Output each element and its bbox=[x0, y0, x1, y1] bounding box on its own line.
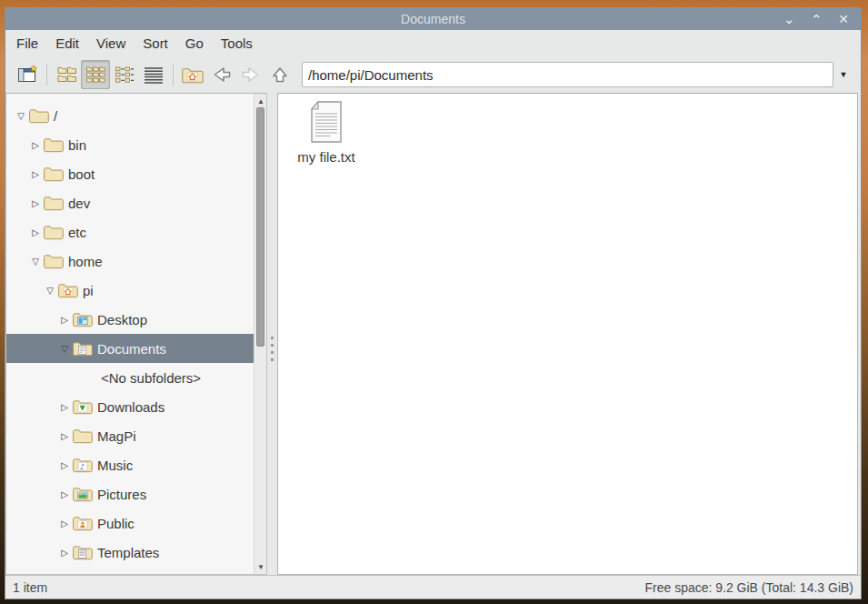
splitter-handle-dot bbox=[271, 344, 274, 347]
splitter-handle-dot bbox=[271, 358, 274, 361]
sidebar-item-no-subfolders[interactable]: <No subfolders> bbox=[6, 363, 254, 392]
compact-view-button[interactable] bbox=[110, 60, 139, 89]
sidebar-item-label: Videos bbox=[97, 574, 139, 576]
sidebar-item-label: etc bbox=[68, 225, 86, 240]
folder-pictures-icon bbox=[72, 485, 94, 503]
path-input[interactable] bbox=[302, 62, 833, 87]
sidebar-item-magpi[interactable]: ▷MagPi bbox=[6, 421, 254, 450]
menu-edit[interactable]: Edit bbox=[55, 35, 79, 51]
sidebar-item-label: Pictures bbox=[97, 487, 146, 502]
folder-icon bbox=[72, 427, 94, 445]
expand-arrow-icon[interactable]: ▷ bbox=[28, 227, 43, 237]
folder-icon bbox=[43, 252, 65, 270]
thumbnail-view-button[interactable] bbox=[81, 60, 110, 89]
window-title: Documents bbox=[401, 12, 465, 26]
expand-arrow-icon[interactable]: ▷ bbox=[28, 169, 43, 179]
sidebar-item-dev[interactable]: ▷dev bbox=[6, 188, 254, 217]
file-list-panel[interactable]: my file.txt bbox=[277, 93, 858, 575]
scroll-up-icon[interactable]: ▲ bbox=[254, 96, 267, 106]
home-button[interactable] bbox=[178, 60, 207, 89]
folder-desktop-icon bbox=[72, 310, 94, 328]
sidebar-item-desktop[interactable]: ▷Desktop bbox=[6, 305, 254, 334]
sidebar-item-boot[interactable]: ▷boot bbox=[6, 159, 254, 188]
folder-icon bbox=[43, 136, 65, 154]
sidebar-item-bin[interactable]: ▷bin bbox=[6, 130, 254, 159]
sidebar-item-label: Downloads bbox=[97, 399, 165, 415]
sidebar-item-label: Templates bbox=[97, 545, 159, 560]
sidebar-item-documents[interactable]: ▽Documents bbox=[6, 334, 254, 363]
sidebar-item-label: boot bbox=[68, 166, 95, 182]
new-tab-button[interactable] bbox=[13, 60, 42, 89]
file-manager-window: Documents ⌄ ⌃ ✕ File Edit View Sort Go T… bbox=[5, 7, 862, 599]
forward-arrow-icon bbox=[239, 64, 263, 86]
expand-arrow-icon[interactable]: ▷ bbox=[57, 315, 72, 325]
folder-videos-icon bbox=[72, 572, 94, 575]
toolbar-separator bbox=[46, 64, 47, 86]
path-dropdown-button[interactable]: ▼ bbox=[833, 62, 853, 87]
menu-go[interactable]: Go bbox=[185, 35, 204, 51]
expand-arrow-icon[interactable]: ▷ bbox=[57, 548, 72, 558]
up-arrow-icon bbox=[268, 64, 292, 86]
folder-downloads-icon bbox=[72, 398, 94, 416]
expand-arrow-icon[interactable]: ▷ bbox=[28, 198, 43, 208]
expand-arrow-icon[interactable]: ▷ bbox=[28, 140, 43, 150]
sidebar-item-label: Music bbox=[97, 458, 133, 473]
menu-tools[interactable]: Tools bbox=[221, 35, 253, 51]
pane-splitter[interactable] bbox=[267, 93, 277, 575]
toolbar-separator bbox=[173, 64, 174, 86]
sidebar-item-home[interactable]: ▽home bbox=[6, 247, 254, 276]
back-button[interactable] bbox=[207, 60, 236, 89]
collapse-arrow-icon[interactable]: ▽ bbox=[43, 286, 57, 296]
content-area: ▽/▷bin▷boot▷dev▷etc▽home▽pi▷Desktop▽Docu… bbox=[5, 93, 861, 575]
scroll-down-icon[interactable]: ▼ bbox=[254, 561, 267, 572]
titlebar[interactable]: Documents ⌄ ⌃ ✕ bbox=[5, 7, 861, 30]
menu-view[interactable]: View bbox=[96, 35, 125, 51]
maximize-button[interactable]: ⌃ bbox=[810, 13, 823, 25]
sidebar-item-etc[interactable]: ▷etc bbox=[6, 217, 254, 247]
icon-view-button[interactable] bbox=[52, 60, 81, 89]
sidebar-item-root[interactable]: ▽/ bbox=[6, 101, 254, 130]
collapse-arrow-icon[interactable]: ▽ bbox=[14, 111, 28, 121]
expand-arrow-icon[interactable]: ▷ bbox=[57, 402, 72, 412]
sidebar-item-downloads[interactable]: ▷Downloads bbox=[6, 392, 254, 421]
sidebar-item-videos[interactable]: ▷Videos bbox=[6, 567, 254, 575]
forward-button[interactable] bbox=[236, 60, 265, 89]
sidebar-item-label: Desktop bbox=[97, 312, 147, 327]
detailed-list-view-icon bbox=[143, 65, 165, 85]
menu-sort[interactable]: Sort bbox=[143, 35, 168, 51]
close-button[interactable]: ✕ bbox=[837, 13, 850, 25]
sidebar-item-pi[interactable]: ▽pi bbox=[6, 276, 254, 305]
expand-arrow-icon[interactable]: ▷ bbox=[57, 460, 72, 470]
sidebar-item-label: Public bbox=[97, 516, 135, 531]
collapse-arrow-icon[interactable]: ▽ bbox=[57, 344, 72, 354]
scrollbar-thumb[interactable] bbox=[256, 107, 264, 347]
sidebar-scrollbar[interactable]: ▲ ▼ bbox=[254, 94, 266, 574]
expand-arrow-icon[interactable]: ▷ bbox=[57, 518, 72, 528]
up-button[interactable] bbox=[265, 60, 294, 89]
sidebar-item-templates[interactable]: ▷Templates bbox=[6, 538, 254, 567]
folder-music-icon: ♪ bbox=[72, 456, 94, 474]
sidebar-item-public[interactable]: ▷Public bbox=[6, 508, 254, 538]
expand-arrow-icon[interactable]: ▷ bbox=[57, 489, 72, 499]
icon-view-icon bbox=[55, 65, 77, 85]
sidebar-item-label: <No subfolders> bbox=[101, 370, 201, 386]
file-item[interactable]: my file.txt bbox=[287, 99, 365, 165]
sidebar-item-label: MagPi bbox=[97, 428, 136, 444]
free-space-info: Free space: 9.2 GiB (Total: 14.3 GiB) bbox=[644, 580, 853, 595]
chevron-down-icon: ▼ bbox=[840, 70, 848, 79]
statusbar: 1 item Free space: 9.2 GiB (Total: 14.3 … bbox=[5, 575, 861, 599]
splitter-handle-dot bbox=[271, 337, 274, 339]
sidebar-item-pictures[interactable]: ▷Pictures bbox=[6, 479, 254, 508]
menu-file[interactable]: File bbox=[16, 35, 38, 51]
toolbar: ▼ bbox=[5, 56, 861, 93]
minimize-button[interactable]: ⌄ bbox=[783, 13, 795, 25]
svg-text:♪: ♪ bbox=[80, 462, 85, 471]
folder-home-icon bbox=[57, 281, 79, 299]
sidebar-item-music[interactable]: ▷♪Music bbox=[6, 450, 254, 479]
new-tab-icon bbox=[16, 65, 38, 85]
folder-icon bbox=[28, 106, 50, 125]
detailed-list-view-button[interactable] bbox=[139, 60, 168, 89]
sidebar-item-label: bin bbox=[68, 137, 86, 153]
collapse-arrow-icon[interactable]: ▽ bbox=[28, 257, 43, 267]
expand-arrow-icon[interactable]: ▷ bbox=[57, 431, 72, 441]
